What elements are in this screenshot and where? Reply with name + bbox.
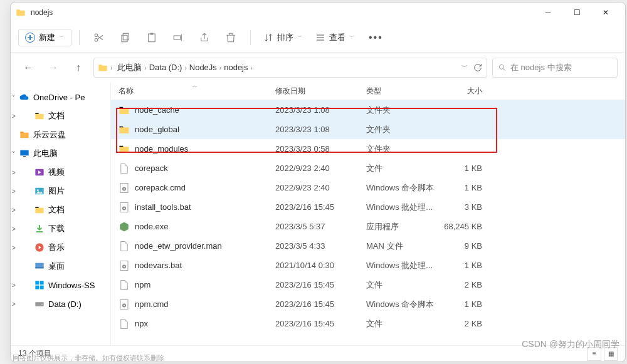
sidebar-label: 乐云云盘 [33,129,66,140]
sidebar-item[interactable]: >文档 [11,107,110,125]
file-size: 2 KB [438,280,488,289]
col-type[interactable]: 类型 [366,86,438,96]
chevron-down-icon[interactable]: ﹀ [461,63,468,73]
folder-icon [119,124,130,135]
address-bar[interactable]: › 此电脑›Data (D:)›NodeJs›nodejs› ﹀ [93,58,487,78]
folder-icon [34,111,45,121]
file-list[interactable]: node_cache2023/3/23 1:08文件夹node_global20… [111,100,625,345]
sidebar-item[interactable]: >图片 [11,182,110,200]
window-title: nodejs [31,8,534,17]
chevron-icon[interactable]: ˅ [12,150,15,157]
nav-row: ← → ↑ › 此电脑›Data (D:)›NodeJs›nodejs› ﹀ 在… [11,53,625,83]
gear-icon [119,299,130,310]
delete-button[interactable] [219,26,243,49]
file-date: 2023/2/16 15:45 [275,299,366,309]
chevron-down-icon: ﹀ [297,33,303,41]
file-row[interactable]: node.exe2023/3/5 5:37应用程序68,245 KB [111,217,625,236]
titlebar[interactable]: nodejs ─ ☐ ✕ [11,3,625,23]
file-date: 2023/3/5 4:33 [275,241,366,251]
forward-button[interactable]: → [43,58,63,78]
breadcrumb-item[interactable]: nodejs [221,61,250,73]
sidebar-item[interactable]: >下载 [11,219,110,238]
file-row[interactable]: corepack.cmd2022/9/23 2:40Windows 命令脚本1 … [111,178,625,197]
win-icon [34,280,45,290]
up-button[interactable]: ↑ [68,58,88,78]
rename-button[interactable] [166,26,190,49]
down-icon [34,224,45,234]
watermark: CSDN @努力的小周同学 [522,339,619,350]
file-icon [119,241,130,252]
file-date: 2023/2/16 15:45 [275,202,366,212]
sidebar-item[interactable]: >文档 [11,200,110,219]
file-row[interactable]: nodevars.bat2021/10/14 0:30Windows 批处理..… [111,256,625,275]
chevron-icon[interactable]: > [12,188,16,195]
sidebar-item[interactable]: >Data (D:) [11,294,110,313]
file-row[interactable]: node_global2023/3/23 1:08文件夹 [111,120,625,139]
desk-icon [34,261,45,271]
cut-button[interactable] [87,26,111,49]
sidebar-item[interactable]: >视频 [11,163,110,182]
file-row[interactable]: npm2023/2/16 15:45文件2 KB [111,275,625,294]
copy-button[interactable] [113,26,137,49]
file-type: 文件夹 [366,124,438,135]
file-row[interactable]: node_cache2023/3/23 1:08文件夹 [111,100,625,120]
column-header[interactable]: ︿ 名称 修改日期 类型 大小 [111,83,625,100]
refresh-button[interactable] [473,63,483,73]
more-button[interactable]: ••• [362,32,389,43]
breadcrumb-item[interactable]: 此电脑 [115,61,144,73]
rename-icon [172,32,184,43]
file-type: 文件 [366,163,438,174]
file-row[interactable]: install_tools.bat2023/2/16 15:45Windows … [111,197,625,217]
share-button[interactable] [192,26,216,49]
paste-button[interactable] [140,26,164,49]
file-row[interactable]: node_modules2023/3/23 0:58文件夹 [111,139,625,159]
chevron-icon[interactable]: > [12,301,16,308]
file-name: node.exe [135,222,275,231]
sidebar-item[interactable]: 桌面 [11,257,110,276]
file-type: Windows 命令脚本 [366,182,438,194]
file-name: node_modules [135,144,275,153]
file-size: 3 KB [438,202,488,212]
chevron-icon[interactable]: > [12,244,16,251]
chevron-icon[interactable]: ˅ [12,94,15,101]
maximize-button[interactable]: ☐ [562,3,591,23]
window-icon [16,8,26,18]
folder-icon [34,205,45,215]
minimize-button[interactable]: ─ [534,3,562,23]
file-icon [119,318,130,330]
sidebar-item[interactable]: ˅OneDrive - Pe [11,88,110,107]
new-button[interactable]: 新建 ﹀ [18,29,71,46]
file-date: 2023/2/16 15:45 [275,280,366,289]
sidebar-item[interactable]: >音乐 [11,238,110,257]
back-button[interactable]: ← [18,58,38,78]
view-button[interactable]: 查看 ﹀ [310,29,360,46]
chevron-icon[interactable]: > [12,226,16,232]
col-date[interactable]: 修改日期 [275,86,366,96]
file-icon [119,279,130,291]
sidebar-item[interactable]: >Windows-SS [11,276,110,294]
file-name: npm [135,280,275,289]
search-input[interactable]: 在 nodejs 中搜索 [492,58,618,78]
chevron-icon[interactable]: > [12,207,16,214]
file-name: npx [135,319,275,328]
chevron-down-icon: ﹀ [349,33,355,41]
file-row[interactable]: npm.cmd2023/2/16 15:45Windows 命令脚本1 KB [111,294,625,314]
scissors-icon [93,32,105,43]
breadcrumb-item[interactable]: NodeJs [187,61,219,73]
sidebar-item[interactable]: ˅此电脑 [11,144,110,163]
chevron-icon[interactable]: > [12,169,16,176]
chevron-icon[interactable]: > [12,113,16,120]
close-button[interactable]: ✕ [591,3,620,23]
breadcrumb-item[interactable]: Data (D:) [147,61,185,73]
sidebar[interactable]: ˅OneDrive - Pe>文档乐云云盘˅此电脑>视频>图片>文档>下载>音乐… [11,83,111,345]
col-size[interactable]: 大小 [438,86,488,96]
file-row[interactable]: npx2023/2/16 15:45文件2 KB [111,314,625,333]
file-type: MAN 文件 [366,241,438,252]
sidebar-item[interactable]: 乐云云盘 [11,125,110,144]
file-row[interactable]: node_etw_provider.man2023/3/5 4:33MAN 文件… [111,236,625,256]
file-row[interactable]: corepack2022/9/23 2:40文件1 KB [111,159,625,178]
purple-icon [34,167,45,177]
file-type: 文件夹 [366,143,438,155]
chevron-icon[interactable]: > [12,282,16,289]
sort-button[interactable]: 排序 ﹀ [258,29,308,46]
